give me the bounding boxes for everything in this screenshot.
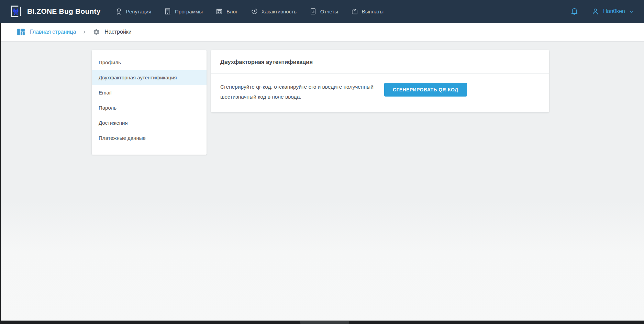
settings-page: Профиль Двухфакторная аутентификация Ema… — [0, 42, 644, 155]
report-chart-icon — [309, 8, 317, 15]
nav-item-label: Выплаты — [362, 9, 384, 14]
generate-qr-button[interactable]: СГЕНЕРИРОВАТЬ QR-КОД — [384, 83, 467, 97]
nav-item-payouts[interactable]: Выплаты — [351, 8, 384, 15]
sidebar-item-email[interactable]: Email — [92, 85, 207, 100]
nav-item-reputation[interactable]: Репутация — [115, 8, 151, 15]
nav-item-label: Хакактивность — [262, 9, 297, 14]
settings-menu: Профиль Двухфакторная аутентификация Ema… — [92, 50, 207, 155]
main-menu: Репутация Программы — [115, 8, 384, 15]
breadcrumb-home-link[interactable]: Главная страница — [30, 29, 76, 35]
nav-item-hackactivity[interactable]: Хакактивность — [251, 8, 297, 15]
bug-logo-icon — [9, 4, 23, 18]
breadcrumb: Главная страница Настройки — [0, 23, 644, 42]
dashboard-icon — [16, 27, 25, 36]
bell-icon[interactable] — [570, 7, 579, 16]
username: Han0ken — [603, 8, 625, 14]
nav-item-blog[interactable]: Блог — [215, 8, 237, 15]
top-navigation-bar: BI.ZONE Bug Bounty Репутация — [0, 0, 644, 23]
panel-body: Сгенерируйте qr-код, отсканируйте его и … — [211, 74, 549, 112]
panel-title: Двухфакторная аутентификация — [211, 50, 549, 74]
building-icon — [164, 8, 171, 15]
user-menu[interactable]: Han0ken — [591, 7, 634, 16]
breadcrumb-current: Настройки — [104, 29, 131, 35]
medal-icon — [115, 8, 123, 15]
brand-logo[interactable]: BI.ZONE Bug Bounty — [9, 4, 101, 18]
chevron-right-icon — [82, 30, 87, 35]
sidebar-item-profile[interactable]: Профиль — [92, 55, 207, 70]
user-icon — [591, 7, 600, 16]
chevron-down-icon — [629, 9, 634, 14]
nav-item-label: Блог — [226, 9, 237, 14]
sidebar-item-achievements[interactable]: Достижения — [92, 115, 207, 131]
brand-title: BI.ZONE Bug Bounty — [27, 7, 101, 15]
newspaper-icon — [215, 8, 223, 15]
nav-item-label: Репутация — [126, 9, 151, 14]
sidebar-item-payment-details[interactable]: Платежные данные — [92, 131, 207, 146]
briefcase-icon — [351, 8, 358, 15]
history-icon — [251, 8, 258, 15]
window-left-edge — [0, 23, 1, 324]
nav-item-label: Программы — [175, 9, 203, 14]
sidebar-item-password[interactable]: Пароль — [92, 100, 207, 115]
panel-description: Сгенерируйте qr-код, отсканируйте его и … — [220, 82, 377, 102]
nav-item-programs[interactable]: Программы — [164, 8, 203, 15]
gear-icon — [93, 29, 100, 36]
nav-right-section: Han0ken — [570, 7, 634, 16]
nav-item-label: Отчеты — [320, 9, 338, 14]
sidebar-item-two-factor[interactable]: Двухфакторная аутентификация — [92, 70, 207, 85]
two-factor-panel: Двухфакторная аутентификация Сгенерируйт… — [211, 50, 549, 112]
nav-item-reports[interactable]: Отчеты — [309, 8, 338, 15]
horizontal-scrollbar[interactable] — [0, 321, 644, 324]
scrollbar-thumb[interactable] — [300, 321, 349, 324]
